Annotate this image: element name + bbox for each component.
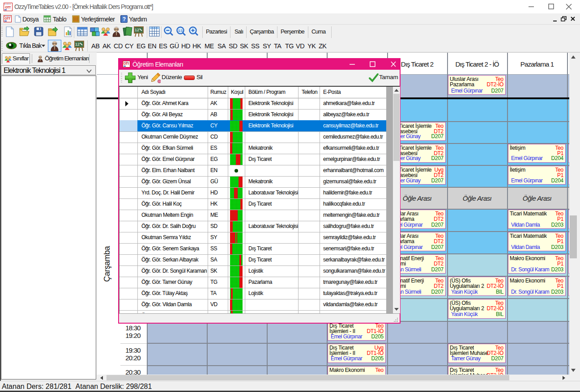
svg-text:12: 12 [75,42,80,46]
svg-text:?: ? [123,16,126,22]
svg-text:1:1: 1:1 [178,29,183,32]
svg-text:12: 12 [135,28,139,32]
